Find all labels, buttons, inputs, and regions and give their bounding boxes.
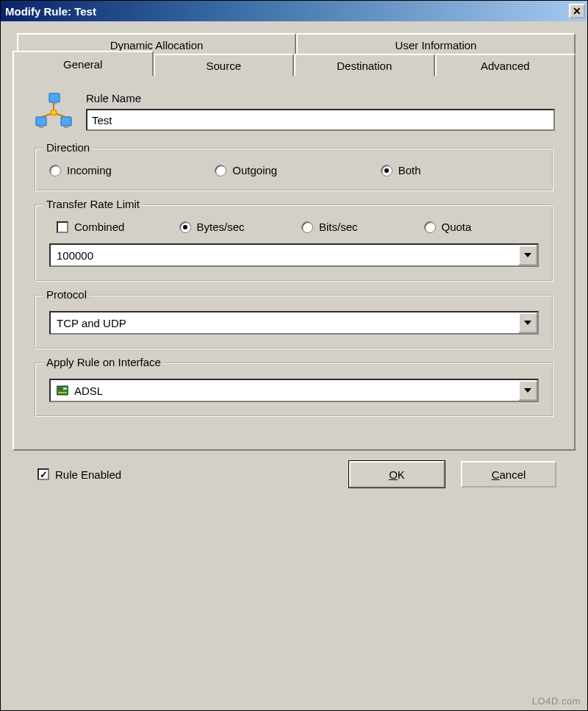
chevron-down-icon[interactable] — [518, 380, 537, 401]
rate-value-combo[interactable]: 100000 — [49, 243, 539, 267]
svg-rect-4 — [61, 117, 71, 126]
rule-name-block: Rule Name — [86, 92, 555, 131]
tab-row-front: General Source Destination Advanced — [12, 54, 576, 76]
svg-rect-5 — [64, 126, 68, 128]
tab-source[interactable]: Source — [154, 54, 295, 76]
checkbox-icon — [37, 468, 49, 480]
rate-value: 100000 — [51, 245, 518, 265]
radio-label: Bytes/sec — [197, 221, 245, 233]
protocol-group: Protocol TCP and UDP — [35, 295, 553, 349]
tab-panel-general: Rule Name Direction Incoming Outgoing — [12, 76, 576, 451]
rate-group-label: Transfer Rate Limit — [43, 198, 143, 210]
interface-group: Apply Rule on Interface ADSL — [35, 362, 553, 417]
client-area: Dynamic Allocation User Information Gene… — [1, 21, 587, 499]
rate-quota[interactable]: Quota — [424, 221, 539, 233]
close-icon: ✕ — [573, 6, 581, 16]
svg-rect-12 — [63, 387, 67, 390]
protocol-value: TCP and UDP — [51, 312, 518, 333]
dialog-window: Modify Rule: Test ✕ Dynamic Allocation U… — [0, 0, 588, 711]
radio-icon — [424, 221, 436, 233]
tabstrip: Dynamic Allocation User Information Gene… — [12, 33, 576, 77]
protocol-combo[interactable]: TCP and UDP — [49, 311, 539, 335]
rule-name-input[interactable] — [86, 109, 555, 131]
radio-icon — [301, 221, 313, 233]
radio-label: Both — [398, 164, 421, 176]
watermark: LO4D.com — [532, 696, 581, 707]
direction-radio-row: Incoming Outgoing Both — [49, 164, 539, 176]
rule-name-label: Rule Name — [86, 92, 555, 104]
bottom-row: Rule Enabled OK Cancel — [12, 451, 576, 487]
tab-destination[interactable]: Destination — [294, 54, 435, 76]
radio-label: Outgoing — [232, 164, 277, 176]
titlebar: Modify Rule: Test ✕ — [1, 1, 587, 21]
direction-outgoing[interactable]: Outgoing — [215, 164, 373, 176]
tab-label: Dynamic Allocation — [110, 39, 204, 51]
radio-label: Incoming — [67, 164, 112, 176]
titlebar-text: Modify Rule: Test — [5, 5, 96, 18]
chevron-down-icon[interactable] — [518, 312, 537, 333]
direction-group-label: Direction — [43, 141, 93, 154]
svg-line-9 — [57, 114, 65, 117]
cancel-button[interactable]: Cancel — [461, 461, 556, 487]
interface-group-label: Apply Rule on Interface — [43, 356, 164, 368]
tab-label: User Information — [395, 39, 477, 51]
checkbox-label: Combined — [74, 221, 124, 233]
tab-label: Source — [206, 60, 241, 72]
rate-combined-checkbox[interactable]: Combined — [57, 221, 172, 233]
tab-label: Advanced — [481, 60, 530, 72]
direction-incoming[interactable]: Incoming — [49, 164, 207, 176]
interface-combo[interactable]: ADSL — [49, 379, 539, 402]
interface-value-text: ADSL — [74, 385, 103, 397]
svg-point-6 — [51, 110, 57, 115]
protocol-group-label: Protocol — [43, 288, 90, 301]
radio-icon — [215, 165, 226, 176]
tab-label: General — [63, 58, 102, 71]
svg-line-8 — [42, 114, 51, 117]
rate-bytes-sec[interactable]: Bytes/sec — [179, 221, 295, 233]
tab-user-information[interactable]: User Information — [296, 33, 576, 55]
checkbox-icon — [57, 221, 68, 233]
rule-enabled-checkbox[interactable]: Rule Enabled — [37, 468, 121, 481]
tab-advanced[interactable]: Advanced — [435, 54, 576, 76]
interface-value: ADSL — [51, 380, 518, 401]
svg-rect-2 — [36, 117, 46, 126]
direction-both[interactable]: Both — [381, 164, 539, 176]
rate-group: Transfer Rate Limit Combined Bytes/sec B… — [35, 204, 553, 282]
tab-label: Destination — [337, 60, 392, 72]
chevron-down-icon[interactable] — [518, 245, 537, 265]
radio-icon — [381, 165, 392, 176]
tab-general[interactable]: General — [12, 51, 154, 76]
svg-rect-0 — [49, 93, 60, 102]
rule-header: Rule Name — [33, 92, 555, 133]
svg-rect-13 — [58, 392, 67, 393]
svg-rect-3 — [39, 126, 43, 128]
network-icon — [33, 92, 74, 133]
nic-icon — [57, 385, 68, 396]
ok-button[interactable]: OK — [349, 461, 445, 487]
svg-rect-11 — [58, 387, 62, 390]
svg-rect-1 — [52, 102, 57, 104]
radio-label: Quota — [442, 221, 472, 233]
rate-options-row: Combined Bytes/sec Bits/sec Quota — [49, 221, 539, 233]
checkbox-label: Rule Enabled — [55, 468, 121, 481]
radio-icon — [49, 165, 61, 176]
radio-icon — [179, 221, 191, 233]
close-button[interactable]: ✕ — [569, 4, 585, 18]
rate-bits-sec[interactable]: Bits/sec — [301, 221, 417, 233]
direction-group: Direction Incoming Outgoing Both — [35, 148, 553, 191]
radio-label: Bits/sec — [319, 221, 358, 233]
